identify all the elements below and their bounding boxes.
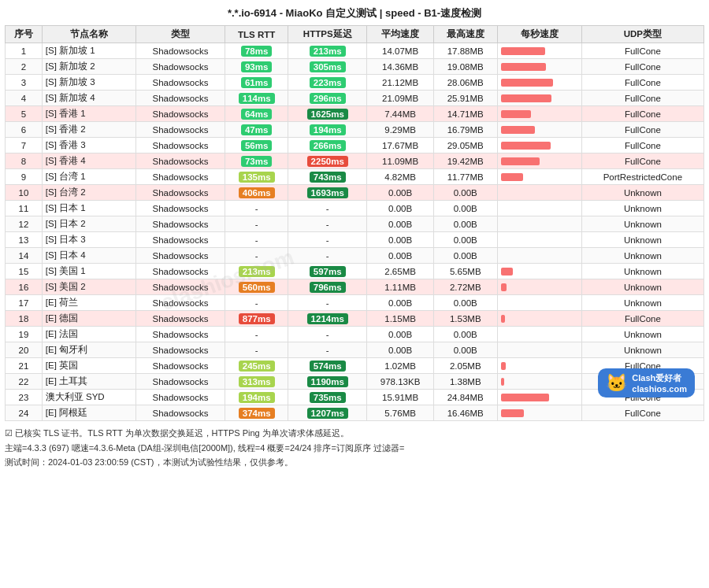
cell-name: [S] 美国 2 xyxy=(42,279,135,295)
cell-tls-rtt: 313ms xyxy=(225,374,288,390)
cell-tls-rtt: 93ms xyxy=(225,59,288,75)
cell-speed-bar xyxy=(497,295,581,311)
cell-https: 1625ms xyxy=(288,106,367,122)
cell-type: Shadowsocks xyxy=(135,138,225,153)
cell-https: 2250ms xyxy=(288,153,367,169)
cell-type: Shadowsocks xyxy=(135,264,225,279)
cell-udp-type: Unknown xyxy=(581,248,703,264)
cell-udp-type: FullCone xyxy=(581,91,703,106)
cell-name: [S] 台湾 1 xyxy=(42,169,135,185)
footer-line1: ☑ 已核实 TLS 证书。TLS RTT 为单次数据交换延迟，HTTPS Pin… xyxy=(5,426,704,441)
main-content: *.*.io-6914 - MiaoKo 自定义测试 | speed - B1-… xyxy=(0,0,709,476)
cell-id: 17 xyxy=(6,295,43,311)
cell-https: - xyxy=(288,327,367,342)
cell-tls-rtt: 61ms xyxy=(225,75,288,91)
cell-name: [S] 香港 3 xyxy=(42,138,135,153)
cell-avg-speed: 1.02MB xyxy=(367,358,433,374)
cell-https: 574ms xyxy=(288,358,367,374)
cell-type: Shadowsocks xyxy=(135,43,225,59)
cell-name: [S] 日本 4 xyxy=(42,248,135,264)
footer-line3: 测试时间：2024-01-03 23:00:59 (CST)，本测试为试验性结果… xyxy=(5,455,704,470)
speed-table: 序号 节点名称 类型 TLS RTT HTTPS延迟 平均速度 最高速度 每秒速… xyxy=(5,25,704,421)
cell-speed-bar xyxy=(497,169,581,185)
cell-name: [E] 阿根廷 xyxy=(42,405,135,421)
clash-badge: 🐱 Clash爱好者 clashios.com xyxy=(598,368,695,398)
cell-tls-rtt: - xyxy=(225,216,288,232)
cell-id: 9 xyxy=(6,169,43,185)
cell-avg-speed: 17.67MB xyxy=(367,138,433,153)
cell-udp-type: FullCone xyxy=(581,138,703,153)
table-row: 12[S] 日本 2Shadowsocks--0.00B0.00BUnknown xyxy=(6,216,704,232)
cell-speed-bar xyxy=(497,122,581,138)
col-max-speed: 最高速度 xyxy=(433,26,497,43)
cell-avg-speed: 9.29MB xyxy=(367,122,433,138)
cell-speed-bar xyxy=(497,390,581,405)
cell-avg-speed: 0.00B xyxy=(367,342,433,358)
table-row: 11[S] 日本 1Shadowsocks--0.00B0.00BUnknown xyxy=(6,201,704,216)
cell-speed-bar xyxy=(497,43,581,59)
cell-avg-speed: 21.12MB xyxy=(367,75,433,91)
cell-avg-speed: 1.11MB xyxy=(367,279,433,295)
col-avg-speed: 平均速度 xyxy=(367,26,433,43)
cell-https: 1190ms xyxy=(288,374,367,390)
cell-id: 24 xyxy=(6,405,43,421)
cell-type: Shadowsocks xyxy=(135,405,225,421)
cell-udp-type: Unknown xyxy=(581,264,703,279)
cell-name: [S] 日本 2 xyxy=(42,216,135,232)
clash-url: clashios.com xyxy=(632,384,687,394)
cell-id: 1 xyxy=(6,43,43,59)
table-row: 5[S] 香港 1Shadowsocks64ms1625ms7.44MB14.7… xyxy=(6,106,704,122)
cell-avg-speed: 7.44MB xyxy=(367,106,433,122)
cell-id: 10 xyxy=(6,185,43,201)
cell-udp-type: Unknown xyxy=(581,279,703,295)
cell-https: 1693ms xyxy=(288,185,367,201)
cell-avg-speed: 0.00B xyxy=(367,216,433,232)
col-type: 类型 xyxy=(135,26,225,43)
cell-tls-rtt: - xyxy=(225,248,288,264)
cell-id: 5 xyxy=(6,106,43,122)
cell-name: [E] 荷兰 xyxy=(42,295,135,311)
table-row: 14[S] 日本 4Shadowsocks--0.00B0.00BUnknown xyxy=(6,248,704,264)
cell-speed-bar xyxy=(497,405,581,421)
table-row: 1[S] 新加坡 1Shadowsocks78ms213ms14.07MB17.… xyxy=(6,43,704,59)
cell-max-speed: 28.06MB xyxy=(433,75,497,91)
cell-tls-rtt: 245ms xyxy=(225,358,288,374)
cell-udp-type: FullCone xyxy=(581,405,703,421)
cell-avg-speed: 0.00B xyxy=(367,295,433,311)
col-per-sec: 每秒速度 xyxy=(497,26,581,43)
cell-name: [S] 香港 4 xyxy=(42,153,135,169)
cell-speed-bar xyxy=(497,106,581,122)
cell-max-speed: 0.00B xyxy=(433,201,497,216)
cell-avg-speed: 11.09MB xyxy=(367,153,433,169)
cell-tls-rtt: 877ms xyxy=(225,311,288,327)
cell-speed-bar xyxy=(497,138,581,153)
cell-type: Shadowsocks xyxy=(135,232,225,248)
cell-name: [S] 日本 3 xyxy=(42,232,135,248)
cell-id: 23 xyxy=(6,390,43,405)
cell-tls-rtt: 135ms xyxy=(225,169,288,185)
cell-id: 19 xyxy=(6,327,43,342)
table-row: 9[S] 台湾 1Shadowsocks135ms743ms4.82MB11.7… xyxy=(6,169,704,185)
cell-udp-type: FullCone xyxy=(581,153,703,169)
cell-name: [S] 香港 1 xyxy=(42,106,135,122)
cell-name: [E] 德国 xyxy=(42,311,135,327)
cell-https: - xyxy=(288,216,367,232)
cell-name: [S] 新加坡 1 xyxy=(42,43,135,59)
cell-https: - xyxy=(288,295,367,311)
cell-udp-type: Unknown xyxy=(581,327,703,342)
cell-speed-bar xyxy=(497,248,581,264)
cell-type: Shadowsocks xyxy=(135,374,225,390)
cell-udp-type: Unknown xyxy=(581,216,703,232)
cell-name: [E] 土耳其 xyxy=(42,374,135,390)
cell-speed-bar xyxy=(497,185,581,201)
cell-max-speed: 1.38MB xyxy=(433,374,497,390)
cell-name: [S] 美国 1 xyxy=(42,264,135,279)
table-row: 7[S] 香港 3Shadowsocks56ms266ms17.67MB29.0… xyxy=(6,138,704,153)
cell-max-speed: 25.91MB xyxy=(433,91,497,106)
cell-tls-rtt: - xyxy=(225,232,288,248)
cell-https: 223ms xyxy=(288,75,367,91)
cell-name: [S] 新加坡 3 xyxy=(42,75,135,91)
cell-avg-speed: 4.82MB xyxy=(367,169,433,185)
table-header: 序号 节点名称 类型 TLS RTT HTTPS延迟 平均速度 最高速度 每秒速… xyxy=(6,26,704,43)
cell-speed-bar xyxy=(497,264,581,279)
